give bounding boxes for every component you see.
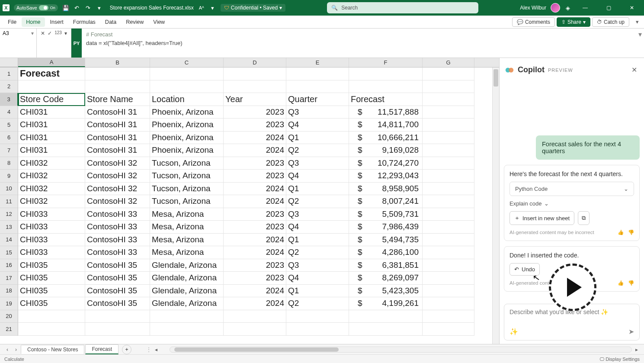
formula-code[interactable]: # Forecast data = xl("Table4[#All]", hea… xyxy=(82,29,636,58)
year-cell[interactable]: 2024 xyxy=(224,183,286,196)
row-header[interactable]: 2 xyxy=(0,80,18,93)
column-header-F[interactable]: F xyxy=(349,58,423,67)
location-cell[interactable]: Mesa, Arizona xyxy=(150,234,224,247)
year-cell[interactable]: 2023 xyxy=(224,259,286,272)
store-name-cell[interactable]: ContosoHI 35 xyxy=(85,285,150,298)
store-name-cell[interactable]: ContosoHI 31 xyxy=(85,132,150,145)
row-header[interactable]: 5 xyxy=(0,119,18,132)
store-name-cell[interactable]: ContosoHI 32 xyxy=(85,157,150,170)
tab-scroll-handle[interactable]: ⋮ xyxy=(146,347,151,353)
cell[interactable] xyxy=(423,221,474,234)
ribbon-collapse-icon[interactable]: ▾ xyxy=(634,19,641,26)
fx-dropdown-icon[interactable]: ▾ xyxy=(64,30,67,36)
hscroll-left-icon[interactable]: ◂ xyxy=(152,346,160,353)
sheet-tab-contoso[interactable]: Contoso - New Stores xyxy=(21,345,84,354)
insert-sheet-button[interactable]: ＋ Insert in new sheet xyxy=(509,211,574,225)
table-header-cell[interactable]: Location xyxy=(150,93,224,106)
store-code-cell[interactable]: CHI033 xyxy=(18,246,85,259)
location-cell[interactable]: Phoenix, Arizona xyxy=(150,106,224,119)
fx-icon[interactable]: 123 xyxy=(54,30,62,35)
toggle-switch[interactable] xyxy=(39,5,48,10)
forecast-cell[interactable]: $5,509,731 xyxy=(349,208,423,221)
store-code-cell[interactable]: CHI032 xyxy=(18,170,85,183)
quarter-cell[interactable]: Q1 xyxy=(286,285,349,298)
row-header[interactable]: 11 xyxy=(0,195,18,208)
row-header[interactable]: 10 xyxy=(0,183,18,196)
row-header[interactable]: 18 xyxy=(0,285,18,298)
ribbon-tab-insert[interactable]: Insert xyxy=(46,17,68,27)
location-cell[interactable]: Glendale, Arizona xyxy=(150,259,224,272)
cell[interactable] xyxy=(286,310,349,323)
forecast-cell[interactable]: $5,494,735 xyxy=(349,234,423,247)
row-header[interactable]: 9 xyxy=(0,170,18,183)
store-name-cell[interactable]: ContosoHI 31 xyxy=(85,119,150,132)
row-header[interactable]: 3 xyxy=(0,93,18,106)
filename-dropdown-icon[interactable]: ▾ xyxy=(209,4,216,11)
row-header[interactable]: 20 xyxy=(0,310,18,323)
quarter-cell[interactable]: Q3 xyxy=(286,157,349,170)
cell[interactable] xyxy=(286,323,349,336)
row-header[interactable]: 12 xyxy=(0,208,18,221)
store-name-cell[interactable]: ContosoHI 35 xyxy=(85,259,150,272)
location-cell[interactable]: Mesa, Arizona xyxy=(150,208,224,221)
year-cell[interactable]: 2024 xyxy=(224,234,286,247)
location-cell[interactable]: Glendale, Arizona xyxy=(150,285,224,298)
store-code-cell[interactable]: CHI035 xyxy=(18,297,85,310)
cell[interactable] xyxy=(18,310,85,323)
location-cell[interactable]: Mesa, Arizona xyxy=(150,246,224,259)
store-code-cell[interactable]: CHI031 xyxy=(18,144,85,157)
row-header[interactable]: 8 xyxy=(0,157,18,170)
forecast-cell[interactable]: $8,007,241 xyxy=(349,195,423,208)
store-code-cell[interactable]: CHI033 xyxy=(18,234,85,247)
quarter-cell[interactable]: Q1 xyxy=(286,234,349,247)
quarter-cell[interactable]: Q4 xyxy=(286,221,349,234)
year-cell[interactable]: 2023 xyxy=(224,170,286,183)
column-header-C[interactable]: C xyxy=(150,58,224,67)
python-code-dropdown[interactable]: Python Code ⌄ xyxy=(509,182,634,196)
forecast-cell[interactable]: $7,986,439 xyxy=(349,221,423,234)
cancel-icon[interactable]: ✕ xyxy=(41,30,45,36)
location-cell[interactable]: Phoenix, Arizona xyxy=(150,132,224,145)
cell[interactable] xyxy=(150,310,224,323)
store-code-cell[interactable]: CHI031 xyxy=(18,106,85,119)
quarter-cell[interactable]: Q3 xyxy=(286,106,349,119)
row-header[interactable]: 14 xyxy=(0,234,18,247)
location-cell[interactable]: Tucson, Arizona xyxy=(150,195,224,208)
horizontal-scrollbar[interactable] xyxy=(170,347,632,353)
thumbs-down-icon[interactable]: 👎 xyxy=(628,229,634,235)
cell[interactable] xyxy=(423,234,474,247)
cell[interactable] xyxy=(349,323,423,336)
cell[interactable] xyxy=(423,297,474,310)
row-header[interactable]: 17 xyxy=(0,272,18,285)
forecast-cell[interactable]: $14,811,700 xyxy=(349,119,423,132)
store-name-cell[interactable]: ContosoHI 33 xyxy=(85,208,150,221)
close-icon[interactable]: ✕ xyxy=(630,64,639,76)
comments-button[interactable]: 💬Comments xyxy=(512,17,555,27)
cell[interactable] xyxy=(423,285,474,298)
store-name-cell[interactable]: ContosoHI 33 xyxy=(85,221,150,234)
store-code-cell[interactable]: CHI033 xyxy=(18,221,85,234)
store-name-cell[interactable]: ContosoHI 32 xyxy=(85,183,150,196)
row-header[interactable]: 13 xyxy=(0,221,18,234)
undo-icon[interactable]: ↶ xyxy=(74,4,80,11)
cell[interactable] xyxy=(423,119,474,132)
location-cell[interactable]: Glendale, Arizona xyxy=(150,272,224,285)
send-icon[interactable]: ➤ xyxy=(628,328,634,336)
quarter-cell[interactable]: Q1 xyxy=(286,183,349,196)
column-header-D[interactable]: D xyxy=(224,58,286,67)
store-code-cell[interactable]: CHI035 xyxy=(18,285,85,298)
cell[interactable] xyxy=(349,80,423,93)
cell[interactable] xyxy=(150,323,224,336)
cell[interactable] xyxy=(85,323,150,336)
store-code-cell[interactable]: CHI035 xyxy=(18,259,85,272)
quarter-cell[interactable]: Q3 xyxy=(286,259,349,272)
store-code-cell[interactable]: CHI035 xyxy=(18,272,85,285)
row-header[interactable]: 6 xyxy=(0,132,18,145)
store-name-cell[interactable]: ContosoHI 31 xyxy=(85,144,150,157)
ribbon-tab-formulas[interactable]: Formulas xyxy=(69,17,100,27)
play-button[interactable] xyxy=(549,263,596,311)
avatar[interactable] xyxy=(551,3,560,13)
copy-button[interactable]: ⧉ xyxy=(578,211,590,225)
store-name-cell[interactable]: ContosoHI 35 xyxy=(85,272,150,285)
store-name-cell[interactable]: ContosoHI 33 xyxy=(85,246,150,259)
